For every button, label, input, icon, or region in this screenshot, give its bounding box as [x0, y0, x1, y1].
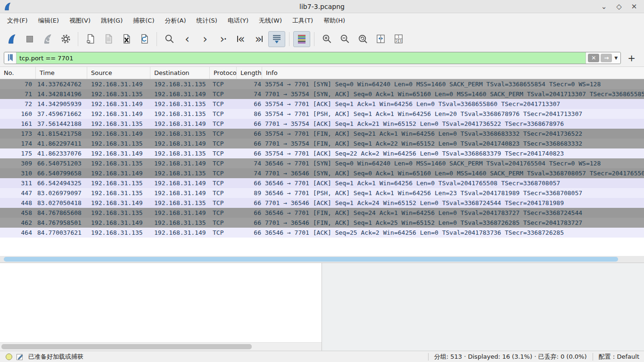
packet-row[interactable]: 16037.459671662192.168.31.149192.168.31.…	[0, 109, 644, 119]
zoom-reset-button[interactable]	[354, 31, 371, 47]
packet-row[interactable]: 7014.337624762192.168.31.149192.168.31.1…	[0, 79, 644, 89]
packet-row[interactable]: 46284.767958501192.168.31.149192.168.31.…	[0, 218, 644, 228]
packet-cell-destination: 192.168.31.135	[150, 79, 210, 89]
expert-info-icon[interactable]	[6, 354, 12, 360]
packet-cell-time: 14.342905939	[36, 99, 87, 109]
close-icon[interactable]: ✕	[630, 2, 638, 11]
packet-cell-length: 66	[237, 139, 262, 148]
menu-item-go[interactable]: 跳转(G)	[96, 14, 128, 27]
column-header-destination[interactable]: Destination	[150, 67, 210, 79]
first-packet-icon: «	[237, 33, 245, 45]
menu-item-help[interactable]: 帮助(H)	[318, 14, 350, 27]
packet-row[interactable]: 30966.540751203192.168.31.135192.168.31.…	[0, 158, 644, 168]
zoom-out-icon	[339, 33, 350, 44]
open-file-button[interactable]	[82, 31, 99, 47]
reload-icon	[139, 33, 150, 44]
details-hscroll-thumb[interactable]	[1, 344, 252, 349]
gear-icon	[60, 33, 71, 44]
column-header-info[interactable]: Info	[262, 67, 644, 79]
close-file-button[interactable]	[118, 31, 135, 47]
packet-cell-destination: 192.168.31.135	[150, 198, 210, 208]
filter-clear-icon[interactable]: ✕	[588, 54, 599, 62]
zoom-out-button[interactable]	[336, 31, 353, 47]
packet-cell-time: 83.027050418	[36, 198, 87, 208]
go-forward-button[interactable]: ›	[197, 31, 214, 47]
packet-list-empty-area	[0, 238, 644, 256]
column-header-no[interactable]: No.	[0, 67, 36, 79]
column-header-source[interactable]: Source	[87, 67, 150, 79]
packet-row[interactable]: 17441.862297411192.168.31.135192.168.31.…	[0, 139, 644, 148]
packet-cell-info: 7701 → 36546 [FIN, ACK] Seq=1 Ack=25 Win…	[262, 218, 644, 228]
back-arrow-icon: ‹	[185, 33, 190, 45]
zoom-in-button[interactable]	[318, 31, 335, 47]
minimize-icon[interactable]: ⌄	[600, 2, 608, 11]
packet-cell-protocol: TCP	[210, 99, 237, 109]
reload-file-button[interactable]	[136, 31, 153, 47]
packet-cell-no: 309	[0, 158, 36, 168]
capture-comment-icon[interactable]	[16, 353, 24, 361]
find-packet-button[interactable]	[161, 31, 178, 47]
packet-row[interactable]: 31166.542494325192.168.31.135192.168.31.…	[0, 178, 644, 188]
menu-item-capture[interactable]: 捕获(C)	[128, 14, 159, 27]
packet-list-hscroll-thumb[interactable]	[4, 257, 618, 262]
packet-cell-protocol: TCP	[210, 119, 237, 129]
start-capture-button[interactable]	[3, 31, 20, 47]
auto-scroll-button[interactable]	[268, 31, 285, 47]
resize-columns-button[interactable]	[372, 31, 389, 47]
menu-item-file[interactable]: 文件(F)	[2, 14, 33, 27]
filter-add-button[interactable]: +	[621, 52, 640, 64]
capture-options-button[interactable]	[57, 31, 74, 47]
packet-row[interactable]: 45884.767865608192.168.31.135192.168.31.…	[0, 208, 644, 218]
packet-row[interactable]: 17341.815421758192.168.31.149192.168.31.…	[0, 129, 644, 139]
packet-row[interactable]: 46484.770037621192.168.31.135192.168.31.…	[0, 228, 644, 238]
packet-cell-info: 7701 → 35754 [ACK] Seq=1 Ack=21 Win=6515…	[262, 119, 644, 129]
packet-row[interactable]: 44883.027050418192.168.31.149192.168.31.…	[0, 198, 644, 208]
packet-row[interactable]: 16137.561442188192.168.31.135192.168.31.…	[0, 119, 644, 129]
colorize-button[interactable]	[293, 31, 310, 47]
menu-item-wireless[interactable]: 无线(W)	[254, 14, 287, 27]
packet-cell-time: 41.862297411	[36, 139, 87, 148]
lower-panes	[0, 263, 644, 351]
column-display-button[interactable]: 1 2 3	[390, 31, 407, 47]
profile-text[interactable]: 配置：Default	[599, 353, 640, 361]
maximize-icon[interactable]: ◇	[615, 2, 623, 11]
packet-row[interactable]: 31066.540799658192.168.31.149192.168.31.…	[0, 168, 644, 178]
packet-cell-source: 192.168.31.149	[87, 129, 150, 139]
go-to-packet-button[interactable]: ›·	[215, 31, 231, 47]
menu-item-tools[interactable]: 工具(T)	[287, 14, 318, 27]
svg-text:3: 3	[399, 39, 401, 43]
column-header-time[interactable]: Time	[36, 67, 87, 79]
menu-item-telephony[interactable]: 电话(Y)	[223, 14, 254, 27]
packet-cell-protocol: TCP	[210, 148, 237, 158]
save-file-button[interactable]	[100, 31, 117, 47]
packet-cell-protocol: TCP	[210, 228, 237, 238]
packet-row[interactable]: 7114.342814196192.168.31.135192.168.31.1…	[0, 89, 644, 99]
packet-cell-info: 36546 → 7701 [PSH, ACK] Seq=1 Ack=1 Win=…	[262, 188, 644, 198]
auto-scroll-icon	[271, 33, 282, 45]
packet-cell-protocol: TCP	[210, 79, 237, 89]
stop-capture-button[interactable]	[21, 31, 38, 47]
go-back-button[interactable]: ‹	[179, 31, 196, 47]
menu-item-view[interactable]: 视图(V)	[64, 14, 96, 27]
go-last-button[interactable]: »	[250, 31, 267, 47]
menu-item-edit[interactable]: 编辑(E)	[33, 14, 64, 27]
filter-bookmark-icon[interactable]	[4, 52, 17, 64]
menu-item-statistics[interactable]: 统计(S)	[191, 14, 223, 27]
menu-item-analyze[interactable]: 分析(A)	[159, 14, 191, 27]
packet-row[interactable]: 7214.342905939192.168.31.149192.168.31.1…	[0, 99, 644, 109]
column-header-length[interactable]: Length	[237, 67, 262, 79]
packet-cell-source: 192.168.31.149	[87, 198, 150, 208]
display-filter-input[interactable]	[17, 55, 586, 62]
filter-apply-icon[interactable]: →	[601, 54, 612, 62]
column-header-protocol[interactable]: Protocol	[210, 67, 237, 79]
packet-row[interactable]: 17541.862337076192.168.31.149192.168.31.…	[0, 148, 644, 158]
go-first-button[interactable]: «	[232, 31, 249, 47]
filter-dropdown-icon[interactable]: ▼	[613, 56, 619, 60]
colorize-icon	[296, 33, 307, 45]
restart-capture-button[interactable]	[39, 31, 56, 47]
resize-columns-icon	[375, 33, 386, 44]
packet-cell-destination: 192.168.31.149	[150, 119, 210, 129]
packet-row[interactable]: 44783.026979097192.168.31.135192.168.31.…	[0, 188, 644, 198]
packet-cell-source: 192.168.31.135	[87, 119, 150, 129]
packet-header-row: No.TimeSourceDestinationProtocolLengthIn…	[0, 67, 644, 79]
